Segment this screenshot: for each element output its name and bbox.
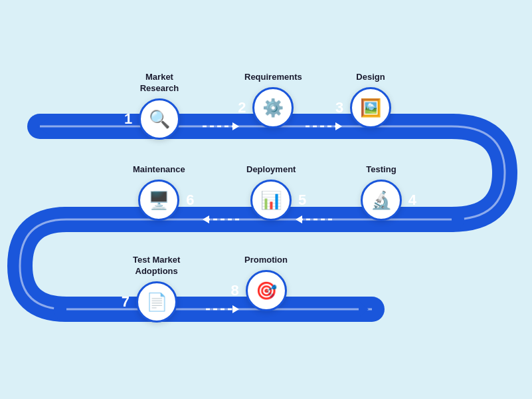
step-1-circle: 🔍	[139, 98, 180, 140]
step-2-node: Requirements 2 ⚙️	[244, 72, 302, 128]
step-2-icon: ⚙️	[262, 99, 284, 116]
step-4-circle: 🔬	[361, 180, 402, 221]
step-8-number: 8	[231, 282, 239, 299]
diagram-container: Market Research 1 🔍 Requirements 2 ⚙️ De…	[0, 0, 532, 399]
step-7-number: 7	[122, 293, 130, 311]
step-4-icon: 🔬	[371, 192, 392, 209]
step-6-number: 6	[186, 192, 194, 209]
step-7-label: Test Market Adoptions	[133, 255, 180, 277]
step-3-label: Design	[356, 72, 385, 83]
step-4-number: 4	[408, 192, 416, 209]
step-6-circle: 🖥️	[138, 180, 179, 221]
step-6-node: Maintenance 🖥️ 6	[133, 164, 185, 221]
step-3-node: Design 3 🖼️	[350, 72, 391, 128]
step-3-icon: 🖼️	[360, 99, 381, 116]
step-6-icon: 🖥️	[148, 192, 169, 209]
step-8-node: Promotion 8 🎯	[244, 255, 288, 311]
step-1-label: Market Research	[140, 72, 179, 94]
step-3-circle: 🖼️	[350, 87, 391, 128]
step-1-number: 1	[124, 110, 132, 128]
step-2-label: Requirements	[244, 72, 302, 83]
step-5-node: Deployment 📊 5	[246, 164, 296, 221]
step-7-circle: 📄	[136, 281, 177, 323]
step-5-icon: 📊	[260, 192, 282, 209]
step-8-label: Promotion	[244, 255, 288, 266]
step-5-label: Deployment	[246, 164, 296, 176]
step-4-label: Testing	[366, 164, 396, 176]
step-5-circle: 📊	[250, 180, 292, 221]
step-5-number: 5	[298, 192, 306, 209]
step-1-icon: 🔍	[149, 110, 170, 128]
step-6-label: Maintenance	[133, 164, 185, 176]
step-2-circle: ⚙️	[252, 87, 294, 128]
step-4-node: Testing 🔬 4	[361, 164, 402, 221]
step-3-number: 3	[335, 99, 343, 116]
step-1-node: Market Research 1 🔍	[139, 72, 180, 140]
step-7-icon: 📄	[146, 293, 167, 311]
step-7-node: Test Market Adoptions 7 📄	[133, 255, 180, 323]
step-8-icon: 🎯	[256, 282, 277, 299]
step-2-number: 2	[238, 99, 246, 116]
step-8-circle: 🎯	[246, 270, 287, 311]
